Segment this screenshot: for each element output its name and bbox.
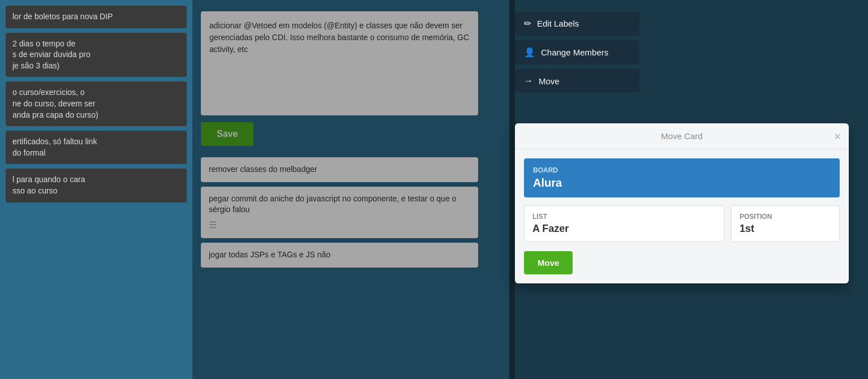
position-value: 1st — [740, 223, 831, 235]
card-item-1: remover classes do melbadger — [201, 157, 478, 182]
card-item-2: pegar commit do aniche do javascript no … — [201, 187, 478, 239]
sidebar-card-3: o curso/exercicios, one do curso, devem … — [6, 81, 187, 126]
card-item-3: jogar todas JSPs e TAGs e JS não — [201, 243, 478, 268]
arrow-right-icon: → — [524, 76, 533, 86]
sidebar-card-4: ertificados, só faltou linkdo formal — [6, 131, 187, 164]
text-align-icon: ☰ — [209, 219, 470, 231]
sidebar-card-2: 2 dias o tempo des de enviar duvida proj… — [6, 33, 187, 77]
sidebar-card-5: l para quando o carasso ao curso — [6, 169, 187, 202]
list-label: List — [532, 213, 716, 221]
edit-labels-label: Edit Labels — [537, 19, 579, 28]
pencil-icon: ✏ — [524, 18, 531, 29]
move-button[interactable]: → Move — [515, 69, 639, 93]
list-value: A Fazer — [532, 223, 716, 235]
move-card-modal: Move Card × Board Alura List A Fazer Pos… — [515, 123, 849, 283]
position-label: Position — [740, 213, 831, 221]
edit-card-area: adicionar @Vetoed em modelos (@Entity) e… — [201, 11, 478, 115]
list-selector[interactable]: List A Fazer — [524, 205, 724, 242]
move-label: Move — [539, 76, 560, 86]
action-panel: ✏ Edit Labels 👤 Change Members → Move — [509, 0, 651, 104]
modal-title: Move Card — [661, 131, 702, 141]
save-button[interactable]: Save — [201, 122, 253, 146]
modal-header: Move Card × — [515, 123, 849, 149]
change-members-button[interactable]: 👤 Change Members — [515, 40, 639, 64]
change-members-label: Change Members — [541, 48, 608, 57]
sidebar: lor de boletos para nova DIP 2 dias o te… — [0, 0, 192, 379]
board-label: Board — [533, 166, 831, 174]
modal-close-button[interactable]: × — [834, 131, 841, 142]
modal-body: Board Alura List A Fazer Position 1st Mo… — [515, 149, 849, 283]
edit-labels-button[interactable]: ✏ Edit Labels — [515, 11, 639, 36]
person-icon: 👤 — [524, 47, 535, 58]
modal-move-button[interactable]: Move — [524, 251, 573, 274]
main-area: adicionar @Vetoed em modelos (@Entity) e… — [192, 0, 509, 379]
board-name: Alura — [533, 176, 831, 190]
board-selector[interactable]: Board Alura — [524, 158, 840, 197]
card-edit-textarea[interactable]: adicionar @Vetoed em modelos (@Entity) e… — [209, 20, 470, 105]
sidebar-card-1: lor de boletos para nova DIP — [6, 6, 187, 28]
list-position-row: List A Fazer Position 1st — [524, 205, 840, 242]
position-selector[interactable]: Position 1st — [731, 205, 840, 242]
